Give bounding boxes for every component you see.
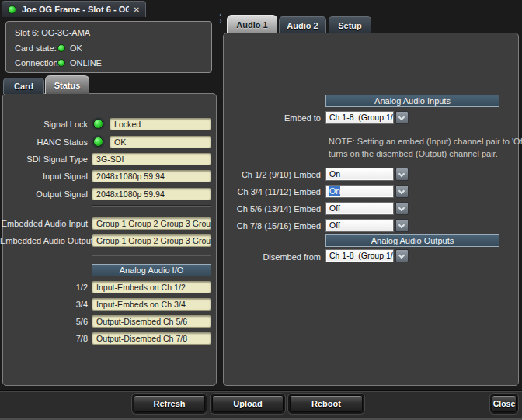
signal-lock-value: Locked [110,118,211,130]
analog-12-value: Input-Embeds on Ch 1/2 [92,281,211,293]
analog-audio-outputs-header: Analog Audio Outputs [325,234,499,247]
hanc-status-label: HANC Status [0,137,88,147]
ch78-embed-chevron-down-icon[interactable] [395,219,409,232]
hanc-status-value: OK [110,136,211,148]
analog-78-label: 7/8 [0,334,88,343]
card-state-led-icon [57,44,65,52]
ch34-embed-select[interactable]: On [325,185,394,198]
card-info-panel: Slot 6: OG-3G-AMA Card state: OK Connect… [5,21,212,73]
connection-label: Connection: [15,58,61,68]
analog-34-value: Input-Embeds on Ch 3/4 [92,298,211,311]
analog-34-label: 3/4 [0,300,88,309]
tab-status[interactable]: Status [45,75,89,94]
ch56-embed-chevron-down-icon[interactable] [395,202,409,215]
ch78-embed-label: Ch 7/8 (15/16) Embed [225,221,321,231]
tab-audio-2[interactable]: Audio 2 [279,16,326,33]
sdi-signal-type-value: 3G-SDI [92,153,211,165]
card-state-label: Card state: [15,43,57,53]
analog-12-label: 1/2 [0,283,88,292]
disembed-from-chevron-down-icon[interactable] [395,249,409,262]
window-title-tab[interactable]: Joe OG Frame - Slot 6 - OG-3G-AMA ✕ [2,1,146,17]
embed-to-label: Embed to [225,113,321,123]
input-signal-label: Input Signal [0,172,88,181]
app-window: Joe OG Frame - Slot 6 - OG-3G-AMA ✕ Slot… [0,0,522,420]
sdi-signal-type-label: SDI Signal Type [0,154,88,164]
embedded-audio-input-label: Embedded Audio Input [0,219,88,228]
ch56-embed-select[interactable]: Off [325,202,394,215]
ch12-embed-label: Ch 1/2 (9/10) Embed [225,170,321,179]
note-line-2: turns on the disembed (Output) channel p… [329,149,498,158]
input-signal-value: 2048x1080p 59.94 [92,170,211,182]
slot-title: Slot 6: OG-3G-AMA [15,28,90,37]
upload-button[interactable]: Upload [212,395,284,412]
divider [92,205,211,207]
ch78-embed-select[interactable]: Off [325,219,394,232]
ch34-embed-label: Ch 3/4 (11/12) Embed [225,187,321,196]
tab-audio-1[interactable]: Audio 1 [227,15,277,33]
divider [92,255,211,256]
tab-card[interactable]: Card [3,78,44,94]
output-signal-value: 2048x1080p 59.94 [92,188,211,200]
analog-78-value: Output-Disembed Ch 7/8 [92,332,211,345]
analog-audio-io-header: Analog Audio I/O [92,264,211,276]
window-title: Joe OG Frame - Slot 6 - OG-3G-AMA [22,5,129,14]
ch34-embed-chevron-down-icon[interactable] [395,185,409,198]
reboot-button[interactable]: Reboot [290,395,363,412]
footer-bar: Refresh Upload Reboot Close [0,390,522,420]
hanc-status-led-icon [93,137,103,147]
connection-value: ONLINE [70,58,102,68]
embed-to-select[interactable]: Ch 1-8 (Group 1/2) [325,111,394,124]
ch56-embed-label: Ch 5/6 (13/14) Embed [225,204,321,213]
disembed-from-select[interactable]: Ch 1-8 (Group 1/2) [325,249,394,262]
signal-lock-led-icon [93,119,103,129]
refresh-button[interactable]: Refresh [134,395,205,412]
ch12-embed-select[interactable]: On [325,168,394,181]
embedded-audio-output-value: Group 1 Group 2 Group 3 Group 4 [92,234,211,247]
ch12-embed-chevron-down-icon[interactable] [395,168,409,181]
embedded-audio-input-value: Group 1 Group 2 Group 3 Group 4 [92,217,211,230]
output-signal-label: Output Signal [0,189,88,199]
expand-right-icon[interactable]: › [218,18,224,24]
embedded-audio-output-label: Embedded Audio Output [0,236,88,245]
analog-56-value: Output-Disembed Ch 5/6 [92,315,211,328]
analog-56-label: 5/6 [0,317,88,326]
embed-to-chevron-down-icon[interactable] [395,111,409,124]
panel-splitter[interactable]: ‹ › [218,12,224,24]
disembed-from-label: Disembed from [225,252,321,262]
close-icon[interactable]: ✕ [134,5,140,14]
close-button[interactable]: Close [492,395,517,412]
note-line-1: NOTE: Setting an embed (Input) channel p… [329,137,522,146]
signal-lock-label: Signal Lock [0,120,88,129]
card-state-value: OK [70,43,82,53]
analog-audio-inputs-header: Analog Audio Inputs [325,95,499,107]
connection-status-led-icon [8,5,16,14]
tab-setup[interactable]: Setup [329,16,371,33]
connection-led-icon [57,59,65,67]
